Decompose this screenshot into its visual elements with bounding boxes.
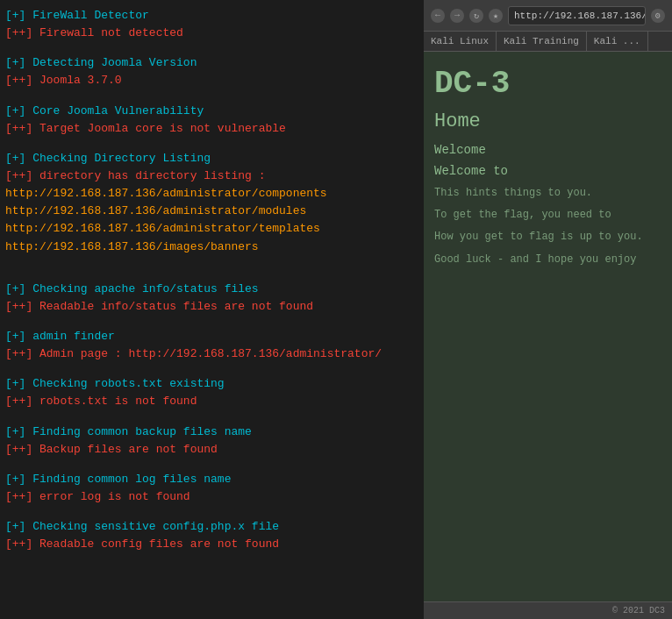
page-heading: Home <box>434 110 661 132</box>
url-bar[interactable]: http://192.168.187.136/ <box>508 6 646 25</box>
terminal-blank-line <box>5 138 418 150</box>
terminal-line: [++] Target Joomla core is not vulnerabl… <box>5 120 418 138</box>
terminal-blank-line <box>5 256 418 268</box>
terminal-blank-line <box>5 42 418 54</box>
terminal-line: [+] Detecting Joomla Version <box>5 54 418 72</box>
browser-nav-tabs: Kali Linux Kali Training Kali ... <box>424 32 672 52</box>
url-text: http://192.168.187.136/ <box>514 11 646 21</box>
terminal-line: [++] Readable info/status files are not … <box>5 298 418 316</box>
terminal-blank-line <box>5 459 418 471</box>
content-line-4: Good luck - and I hope you enjoy <box>434 252 661 268</box>
footer-text: © 2021 DC3 <box>612 606 665 615</box>
terminal-line: [++] directory has directory listing : <box>5 167 418 185</box>
terminal-line: [++] Firewall not detected <box>5 25 418 42</box>
terminal-line: http://192.168.187.136/administrator/com… <box>5 185 418 203</box>
terminal-line: [+] Finding common backup files name <box>5 423 418 441</box>
forward-button[interactable]: → <box>450 9 464 23</box>
browser-content: DC-3 Home Welcome Welcome to This hints … <box>424 52 672 601</box>
site-title: DC-3 <box>434 66 661 102</box>
terminal-line: http://192.168.187.136/administrator/tem… <box>5 220 418 238</box>
terminal-line: [++] Admin page : http://192.168.187.136… <box>5 345 418 363</box>
terminal-line: [+] Finding common log files name <box>5 471 418 488</box>
terminal-line: [+] Checking robots.txt existing <box>5 375 418 393</box>
terminal-line: http://192.168.187.136/administrator/mod… <box>5 203 418 220</box>
welcome-label: Welcome <box>434 143 661 157</box>
nav-tab-kali-tools[interactable]: Kali ... <box>587 32 648 51</box>
welcome-heading: Welcome to <box>434 164 661 178</box>
terminal-panel: [+] FireWall Detector[++] Firewall not d… <box>0 0 424 619</box>
content-line-3: How you get to flag is up to you. <box>434 229 661 245</box>
terminal-line: [+] Core Joomla Vulnerability <box>5 103 418 120</box>
nav-tab-kali-linux[interactable]: Kali Linux <box>424 32 497 51</box>
terminal-line: [+] FireWall Detector <box>5 7 418 25</box>
browser-panel: ← → ↻ ★ http://192.168.187.136/ ⚙ Kali L… <box>424 0 672 619</box>
terminal-line: [+] Checking sensitive config.php.x file <box>5 518 418 536</box>
terminal-blank-line <box>5 411 418 423</box>
terminal-blank-line <box>5 316 418 328</box>
browser-footer: © 2021 DC3 <box>424 601 672 619</box>
browser-toolbar: ← → ↻ ★ http://192.168.187.136/ ⚙ <box>424 0 672 32</box>
content-line-1: This hints things to you. <box>434 185 661 202</box>
terminal-line: [++] Readable config files are not found <box>5 536 418 553</box>
nav-tab-kali-training[interactable]: Kali Training <box>497 32 587 51</box>
content-line-2: To get the flag, you need to <box>434 207 661 224</box>
reload-button[interactable]: ↻ <box>469 9 483 23</box>
terminal-line: [+] Checking apache info/status files <box>5 281 418 298</box>
terminal-blank-line <box>5 90 418 103</box>
terminal-line: http://192.168.187.136/images/banners <box>5 238 418 256</box>
terminal-line: [+] admin finder <box>5 328 418 345</box>
terminal-blank-line <box>5 506 418 518</box>
terminal-blank-line <box>5 268 418 281</box>
terminal-output: [+] FireWall Detector[++] Firewall not d… <box>5 7 418 553</box>
bookmark-button[interactable]: ★ <box>489 9 503 23</box>
settings-button[interactable]: ⚙ <box>651 9 665 23</box>
terminal-line: [++] robots.txt is not found <box>5 393 418 410</box>
terminal-blank-line <box>5 363 418 375</box>
terminal-line: [++] Backup files are not found <box>5 441 418 459</box>
back-button[interactable]: ← <box>431 9 445 23</box>
terminal-line: [++] error log is not found <box>5 488 418 506</box>
terminal-line: [+] Checking Directory Listing <box>5 150 418 167</box>
terminal-line: [++] Joomla 3.7.0 <box>5 72 418 89</box>
